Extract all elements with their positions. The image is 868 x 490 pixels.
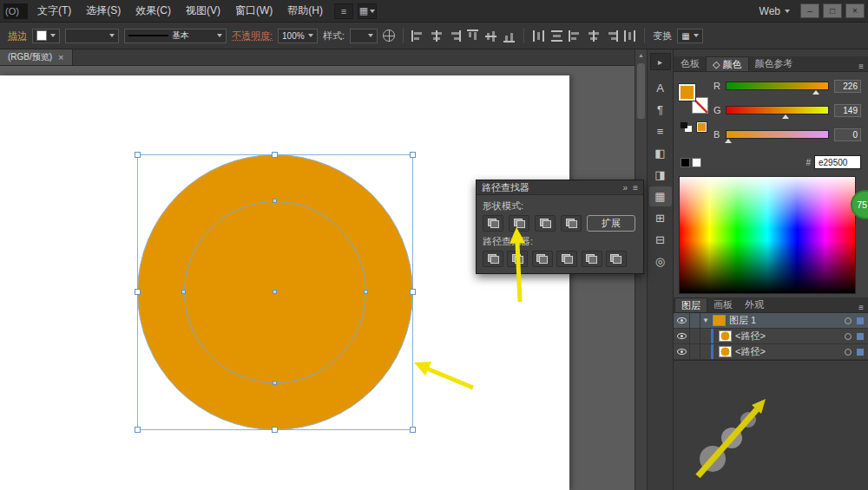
fill-swatch[interactable] [679, 84, 695, 101]
menu-item-view[interactable]: 视图(V) [179, 0, 227, 22]
selection-handle[interactable] [135, 152, 141, 158]
selection-handle[interactable] [410, 289, 416, 295]
outline-button[interactable] [582, 251, 602, 267]
distribute-spacing-icon[interactable] [623, 30, 636, 42]
last-color-swatch[interactable] [697, 122, 707, 132]
panel-flyout-menu-icon[interactable]: ≡ [858, 62, 867, 71]
document-tab[interactable]: (RGB/预览) × [0, 49, 73, 65]
arrange-documents-icon[interactable]: ▦ [358, 3, 377, 19]
brush-definition-select[interactable]: 基本 [124, 29, 227, 43]
selection-handle[interactable] [135, 427, 141, 433]
black-swatch[interactable] [681, 158, 690, 167]
distribute-center-icon[interactable] [587, 30, 600, 42]
distribute-left-icon[interactable] [569, 30, 582, 42]
stroke-weight-select[interactable] [65, 29, 119, 43]
disclosure-triangle-icon[interactable]: ▼ [700, 317, 711, 324]
selection-handle[interactable] [272, 427, 278, 433]
transparency-panel-icon[interactable]: ◨ [649, 165, 672, 185]
character-panel-icon[interactable]: A [649, 78, 672, 98]
menu-item-object-partial[interactable]: (O) [3, 3, 28, 19]
distribute-v-icon[interactable] [551, 29, 562, 42]
selection-handle[interactable] [135, 289, 141, 295]
default-colors-icon[interactable] [681, 122, 692, 132]
target-circle-icon[interactable] [845, 349, 852, 356]
restore-button[interactable]: □ [823, 3, 842, 18]
close-button[interactable]: × [845, 3, 865, 18]
red-slider[interactable] [726, 82, 829, 90]
menu-item-help[interactable]: 帮助(H) [280, 0, 330, 22]
document-setup-globe-icon[interactable] [383, 29, 395, 42]
path-name[interactable]: <路径> [735, 345, 766, 358]
expand-panels-icon[interactable]: ▸ [650, 53, 671, 70]
panel-flyout-menu-icon[interactable]: ≡ [633, 183, 638, 193]
bridge-icon[interactable]: ≡ [334, 3, 353, 19]
pathfinder-panel-icon[interactable]: ▦ [649, 186, 672, 206]
menu-item-effect[interactable]: 效果(C) [128, 0, 178, 22]
color-spectrum[interactable] [679, 176, 856, 294]
visibility-toggle[interactable] [674, 313, 690, 328]
transform-options-select[interactable]: ▦ [677, 29, 702, 43]
selection-indicator[interactable] [857, 349, 864, 356]
selection-indicator[interactable] [857, 317, 864, 324]
lock-toggle[interactable] [690, 344, 700, 359]
green-slider-handle[interactable] [782, 114, 789, 119]
align-bottom-icon[interactable] [503, 29, 515, 42]
tab-layers[interactable]: 图层 [674, 297, 707, 312]
crop-button[interactable] [556, 251, 577, 267]
expand-button[interactable]: 扩展 [587, 215, 635, 232]
menu-item-select[interactable]: 选择(S) [79, 0, 128, 22]
align-h-center-icon[interactable] [430, 30, 443, 42]
minus-front-button[interactable] [509, 215, 529, 232]
stroke-color-select[interactable] [32, 29, 60, 43]
stroke-panel-icon[interactable]: ≡ [649, 121, 672, 141]
workspace-switcher[interactable]: Web [753, 5, 797, 17]
red-slider-handle[interactable] [812, 90, 819, 95]
align-left-icon[interactable] [411, 30, 424, 42]
canvas[interactable]: 路径查找器 » ≡ 形状模式: 扩展 路径查找器: [0, 66, 635, 490]
document-tab-close-icon[interactable]: × [58, 52, 63, 62]
selection-handle[interactable] [410, 152, 416, 158]
exclude-button[interactable] [561, 215, 582, 232]
unite-button[interactable] [483, 215, 503, 232]
merge-button[interactable] [532, 251, 553, 267]
distribute-h-icon[interactable] [532, 30, 545, 42]
scroll-up-icon[interactable]: ▲ [635, 49, 647, 61]
white-swatch[interactable] [692, 158, 701, 167]
selection-indicator[interactable] [857, 333, 864, 340]
selection-handle[interactable] [272, 152, 278, 158]
green-slider[interactable] [726, 106, 829, 114]
trim-button[interactable] [507, 251, 528, 267]
stroke-link[interactable]: 描边 [8, 29, 27, 42]
red-value-field[interactable]: 226 [834, 80, 861, 93]
align-panel-icon[interactable]: ⊞ [649, 208, 672, 228]
align-v-middle-icon[interactable] [485, 29, 496, 42]
distribute-right-icon[interactable] [605, 30, 618, 42]
layer-row[interactable]: ▼ 图层 1 [674, 313, 868, 329]
intersect-button[interactable] [535, 215, 556, 232]
target-circle-icon[interactable] [845, 317, 852, 324]
lock-toggle[interactable] [690, 313, 700, 328]
pathfinder-panel-header[interactable]: 路径查找器 » ≡ [477, 180, 643, 195]
align-right-icon[interactable] [448, 30, 461, 42]
blue-slider[interactable] [726, 130, 829, 139]
opacity-select[interactable]: 100% [278, 29, 318, 43]
visibility-toggle[interactable] [674, 344, 690, 359]
blue-slider-handle[interactable] [725, 139, 732, 143]
paragraph-panel-icon[interactable]: ¶ [649, 100, 672, 120]
path-name[interactable]: <路径> [735, 330, 766, 343]
lock-toggle[interactable] [690, 329, 700, 343]
collapse-chevrons-icon[interactable]: » [623, 183, 628, 193]
panel-flyout-menu-icon[interactable]: ≡ [858, 303, 867, 312]
minimize-button[interactable]: – [800, 3, 819, 18]
align-top-icon[interactable] [467, 29, 478, 42]
minus-back-button[interactable] [606, 251, 627, 267]
menu-item-type[interactable]: 文字(T) [30, 0, 78, 22]
hex-value-field[interactable]: e29500 [814, 155, 861, 169]
layer-name[interactable]: 图层 1 [729, 314, 756, 327]
symbols-panel-icon[interactable]: ◎ [649, 252, 672, 271]
tab-color-guide[interactable]: 颜色参考 [749, 56, 799, 71]
transform-label[interactable]: 变换 [653, 29, 672, 42]
scrollbar-thumb[interactable] [637, 63, 645, 119]
transform-panel-icon[interactable]: ⊟ [649, 230, 672, 250]
visibility-toggle[interactable] [674, 329, 690, 343]
